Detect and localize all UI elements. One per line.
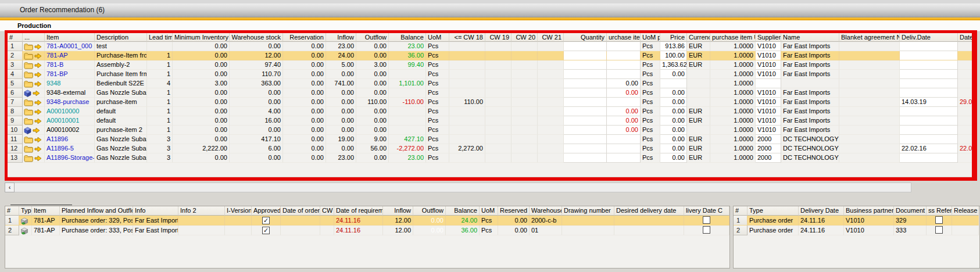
cell-deliv[interactable] (900, 51, 958, 60)
col-header-balance[interactable]: Balance (446, 206, 480, 216)
cell-qty[interactable] (564, 135, 607, 144)
cell-deliv[interactable] (900, 79, 958, 88)
row-number[interactable]: 10 (8, 126, 23, 135)
cell-qty[interactable] (564, 51, 607, 60)
cell-deliv[interactable] (900, 70, 958, 79)
cell-deliv[interactable] (900, 116, 958, 126)
cell-pitem[interactable]: 0.00 (607, 107, 641, 116)
hscrollbar-thumb[interactable] (15, 182, 911, 192)
table-row[interactable]: 2781-APPurchase order: 333, Pos 1Far Eas… (5, 226, 729, 235)
col-header-inflow[interactable]: Inflow (383, 206, 413, 216)
delivc-checkbox[interactable] (703, 216, 710, 224)
col-header-blanket[interactable]: Blanket agreement Numbe (839, 33, 900, 42)
col-header-iversion[interactable]: I-Version (225, 206, 252, 216)
table-row[interactable]: 10A00010002purchase-item 210.000.000.000… (8, 126, 975, 135)
table-row[interactable]: 12A11896-5Gas Nozzle Subasse32,222.006.0… (8, 144, 975, 153)
col-header-price[interactable]: Price (660, 33, 687, 42)
cell-pitem[interactable] (607, 70, 641, 79)
col-header-uom[interactable]: UoM (426, 33, 449, 42)
ref-checkbox[interactable] (935, 226, 943, 234)
col-header-deliv[interactable]: Deliv.Date (900, 33, 958, 42)
col-header-desc[interactable]: Description (95, 33, 147, 42)
col-header-approved[interactable]: Approved (252, 206, 281, 216)
cell-supplier[interactable]: V1010 (756, 98, 781, 107)
col-header-qty[interactable]: Quantity (564, 33, 607, 42)
col-header-info2[interactable]: Info 2 (178, 206, 225, 216)
link-arrow-icon[interactable] (34, 62, 42, 69)
col-header-doc[interactable]: Document (894, 206, 927, 216)
col-header-cw[interactable]: CW (320, 206, 334, 216)
link-arrow-icon[interactable] (34, 99, 42, 106)
cell-price[interactable]: 0.00 (660, 153, 687, 163)
cell-qty[interactable] (564, 126, 607, 135)
scroll-left-button[interactable]: ‹ (5, 182, 15, 192)
col-header-balance[interactable]: Balance (389, 33, 426, 42)
col-header-icons[interactable]: ... (23, 33, 45, 42)
horizontal-scrollbar[interactable]: ‹ (5, 182, 911, 192)
table-row[interactable]: 4781-BPPurchase Item frm10.00110.700.000… (8, 70, 975, 79)
cell-price[interactable]: 1,363.62 (660, 60, 687, 70)
table-row[interactable]: 1781-A0001_000test0.000.000.0023.000.002… (8, 42, 975, 51)
col-header-num[interactable]: # (5, 206, 19, 216)
row-number[interactable]: 11 (8, 135, 23, 144)
link-arrow-icon[interactable] (33, 127, 40, 134)
row-number[interactable]: 2 (8, 51, 23, 60)
cell-qty[interactable] (564, 70, 607, 79)
cell-pitem[interactable] (607, 60, 641, 70)
window-titlebar[interactable]: Order Recommendation (6) (0, 3, 980, 17)
cell-qty[interactable] (564, 42, 607, 51)
col-header-typ[interactable]: Typ (19, 206, 32, 216)
col-header-unit[interactable]: purchase item Unit (710, 33, 756, 42)
cell-pitem[interactable] (607, 98, 641, 107)
col-header-wh[interactable]: Warehouse stock (230, 33, 283, 42)
cell-supplier[interactable]: V1010 (756, 116, 781, 126)
cell-pitem[interactable]: 0.00 (607, 126, 641, 135)
col-header-type[interactable]: Type (747, 206, 799, 216)
row-number[interactable]: 6 (8, 88, 23, 98)
cell-pitem[interactable]: 0.00 (607, 88, 641, 98)
cell-qty[interactable] (564, 153, 607, 163)
col-header-cw20[interactable]: CW 20 (512, 33, 538, 42)
cell-deliv[interactable] (900, 153, 958, 163)
approved-checkbox[interactable] (262, 217, 270, 224)
table-row[interactable]: 1781-APPurchase order: 329, Pos 1Far Eas… (5, 216, 729, 226)
row-number[interactable]: 1 (5, 216, 19, 226)
cell-price[interactable]: 100.00 (660, 51, 687, 60)
link-arrow-icon[interactable] (34, 137, 42, 143)
link-arrow-icon[interactable] (34, 71, 42, 78)
link-arrow-icon[interactable] (34, 109, 42, 115)
table-row[interactable]: 2781-APPurchase-Item fro10.0012.000.0024… (8, 51, 975, 60)
cell-deliv[interactable] (900, 107, 958, 116)
table-row[interactable]: 1Purchase order24.11.16V1010329 (734, 216, 979, 226)
col-header-outflow[interactable]: Outflow (356, 33, 389, 42)
col-header-pitem[interactable]: urchase item (607, 33, 641, 42)
col-header-inflow[interactable]: Inflow (326, 33, 356, 42)
row-number[interactable]: 9 (8, 116, 23, 126)
col-header-cw21[interactable]: CW 21 (538, 33, 564, 42)
col-header-cw18[interactable]: <= CW 18 (449, 33, 485, 42)
cell-qty[interactable] (564, 144, 607, 153)
cell-supplier[interactable]: 2000 (756, 144, 781, 153)
row-number[interactable]: 1 (8, 42, 23, 51)
table-row[interactable]: 3781-BAssembly-210.0097.400.005.003.0099… (8, 60, 975, 70)
cell-supplier[interactable]: 2000 (756, 135, 781, 144)
cell-deliv[interactable] (900, 88, 958, 98)
cell-price[interactable]: 0.00 (660, 98, 687, 107)
link-arrow-icon[interactable] (34, 81, 42, 87)
cell-price[interactable]: 0.00 (660, 144, 687, 153)
row-number[interactable]: 12 (8, 144, 23, 153)
col-header-warehouse[interactable]: Warehouse (530, 206, 562, 216)
cell-price[interactable]: 0.00 (660, 126, 687, 135)
cell-qty[interactable] (564, 98, 607, 107)
cell-price[interactable]: 0.00 (660, 135, 687, 144)
table-row[interactable]: 9A00010001default10.0016.000.000.000.00P… (8, 116, 975, 126)
cell-price[interactable]: 0.00 (660, 116, 687, 126)
col-header-num[interactable]: # (8, 33, 23, 42)
col-header-delivc[interactable]: livery Date C (684, 206, 729, 216)
row-number[interactable]: 5 (8, 79, 23, 88)
cell-deliv[interactable] (900, 60, 958, 70)
item-link[interactable]: 781-BP (45, 70, 95, 79)
row-number[interactable]: 7 (8, 98, 23, 107)
cell-price[interactable]: 0.00 (660, 107, 687, 116)
col-header-reserved[interactable]: Reserved (498, 206, 530, 216)
